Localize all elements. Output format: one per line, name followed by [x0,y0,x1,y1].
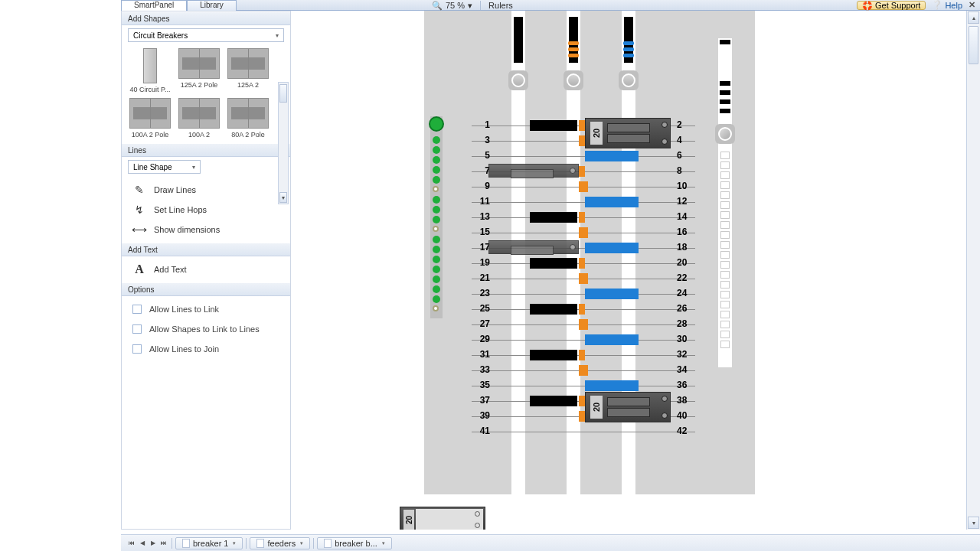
circuit-row[interactable]: 2526 [461,302,706,317]
neutral-terminal[interactable] [720,261,730,269]
ground-terminal[interactable] [433,305,439,311]
ground-terminal[interactable] [433,176,440,184]
wire-orange[interactable] [579,166,585,177]
page-tab-2[interactable]: feeders [250,537,310,549]
wire-black[interactable] [530,304,577,315]
neutral-terminal[interactable] [720,152,730,159]
ground-terminal[interactable] [433,156,440,164]
wire-blue[interactable] [585,289,639,299]
tab-smartpanel[interactable]: SmartPanel [121,0,187,11]
ground-terminal[interactable] [433,276,440,283]
shape-category-select[interactable]: Circuit Breakers [128,28,284,42]
option-checkbox[interactable]: Allow Lines to Join [122,339,290,359]
wire-orange[interactable] [579,319,588,330]
neutral-terminal[interactable] [720,271,730,279]
circuit-row[interactable]: 3132 [461,347,706,363]
wire-black[interactable] [530,120,577,131]
option-checkbox[interactable]: Allow Lines to Link [122,299,290,319]
scroll-up-icon[interactable]: ▴ [968,11,979,24]
circuit-row[interactable]: 2728 [461,317,706,332]
shape-thumb[interactable]: 125A 2 [226,48,270,93]
zoom-out-icon[interactable]: 🔍 [432,1,443,11]
ground-terminal[interactable] [433,246,440,253]
ground-terminal[interactable] [433,206,440,214]
circuit-row[interactable]: 2324 [461,286,706,302]
wire-orange[interactable] [579,181,588,192]
wire-black[interactable] [530,258,577,269]
help-button[interactable]: ❔Help [932,0,962,10]
ground-terminal[interactable] [433,146,440,154]
line-tool[interactable]: ✎Draw Lines [122,180,290,200]
wire-blue[interactable] [585,151,639,161]
scrollbar-thumb[interactable] [969,26,978,64]
circuit-row[interactable]: 56 [461,148,706,164]
wire-orange[interactable] [579,365,588,376]
wire-blue[interactable] [585,334,639,345]
neutral-terminal[interactable] [720,161,730,169]
breaker-panel[interactable]: 1234567891011121314151617181920212223242… [424,11,755,494]
ground-lug[interactable] [429,116,444,132]
add-text-tool[interactable]: AAdd Text [122,259,290,279]
neutral-lug[interactable] [715,124,735,144]
neutral-terminal[interactable] [720,221,730,229]
ground-terminal[interactable] [433,216,440,223]
wire-orange[interactable] [579,258,585,269]
line-tool[interactable]: ⟷Show dimensions [122,220,290,240]
circuit-row[interactable]: 2930 [461,332,706,347]
next-page-icon[interactable]: ▶ [149,538,158,549]
shape-thumb[interactable]: 40 Circuit P... [128,48,172,93]
checkbox-icon[interactable] [132,324,142,334]
neutral-terminal[interactable] [720,311,730,318]
ground-terminal[interactable] [433,166,440,174]
page-tab-1[interactable]: breaker 1 [175,537,243,549]
close-icon[interactable]: ✕ [969,0,975,10]
scrollbar-thumb[interactable] [279,84,287,103]
ground-terminal[interactable] [433,196,440,204]
neutral-terminal[interactable] [720,301,730,308]
ground-terminal[interactable] [433,256,440,263]
line-shape-select[interactable]: Line Shape [128,160,201,174]
last-page-icon[interactable]: ⏭ [159,538,168,549]
ground-terminal[interactable] [433,226,439,232]
circuit-row[interactable]: 3334 [461,363,706,378]
neutral-bar[interactable] [718,38,732,367]
breaker-switch[interactable] [511,169,554,178]
breaker-switch[interactable] [607,408,650,417]
first-page-icon[interactable]: ⏮ [127,538,136,549]
zoom-level[interactable]: 75 % [446,1,465,10]
breaker[interactable]: 20 [585,392,671,422]
neutral-terminal[interactable] [720,241,730,249]
circuit-row[interactable]: 1920 [461,256,706,271]
canvas-scrollbar[interactable]: ▴ ▾ [966,11,980,530]
canvas[interactable]: 1234567891011121314151617181920212223242… [292,11,963,530]
bus-b-lug[interactable] [564,70,583,90]
breaker-switch[interactable] [607,397,650,406]
ground-bar[interactable] [430,116,443,318]
shape-thumb[interactable]: 125A 2 Pole [177,48,221,93]
ground-terminal[interactable] [433,186,439,192]
neutral-terminal[interactable] [720,251,730,259]
breaker[interactable] [488,164,579,178]
circuit-row[interactable]: 1112 [461,194,706,210]
bus-c-lug[interactable] [619,70,639,90]
wire-blue[interactable] [585,197,639,207]
neutral-terminal[interactable] [720,181,730,189]
wire-orange[interactable] [579,350,585,360]
wire-black[interactable] [530,350,577,360]
wire-black[interactable] [530,396,577,406]
checkbox-icon[interactable] [132,344,142,354]
shape-thumb[interactable]: 80A 2 Pole [226,98,270,139]
ground-terminal[interactable] [433,136,440,144]
prev-page-icon[interactable]: ◀ [138,538,147,549]
neutral-terminal[interactable] [720,201,730,209]
page-nav[interactable]: ⏮◀▶⏭ [127,538,168,549]
gallery-scrollbar[interactable]: ▾ [278,82,289,204]
neutral-terminal[interactable] [720,331,730,338]
shape-thumb[interactable]: 100A 2 Pole [128,98,172,139]
wire-black[interactable] [530,212,577,223]
line-tool[interactable]: ↯Set Line Hops [122,200,290,220]
ground-terminal[interactable] [433,295,440,303]
neutral-terminal[interactable] [720,191,730,199]
ground-terminal[interactable] [433,285,440,293]
wire-orange[interactable] [579,304,585,315]
